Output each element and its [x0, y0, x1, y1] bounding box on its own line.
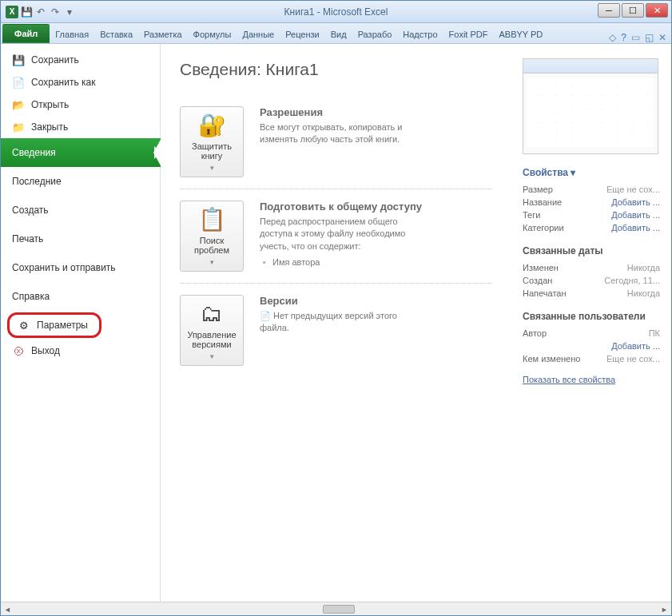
prepare-text: Перед распространением общего доступа к …	[260, 216, 420, 252]
sidebar-item-help[interactable]: Справка	[1, 282, 160, 311]
save-icon[interactable]: 💾	[20, 6, 33, 18]
window-min-icon[interactable]: ▭	[631, 32, 640, 43]
folder-icon: 📁	[12, 121, 25, 133]
related-dates-heading: Связанные даты	[523, 245, 660, 256]
permissions-section: 🔐 Защитить книгу ▾ Разрешения Все могут …	[180, 95, 492, 189]
tab-layout[interactable]: Разметка	[138, 26, 188, 43]
scroll-thumb[interactable]	[323, 605, 355, 614]
tab-developer[interactable]: Разрабо	[352, 26, 398, 43]
label: Сведения	[12, 147, 56, 158]
prop-author: АвторПК	[523, 327, 660, 340]
prepare-section: 📋 Поиск проблем ▾ Подготовить к общему д…	[180, 189, 492, 284]
scroll-left-icon[interactable]: ◄	[1, 603, 14, 615]
tab-foxit[interactable]: Foxit PDF	[443, 26, 494, 43]
sidebar-item-exit[interactable]: ⮾Выход	[1, 340, 160, 362]
prop-printed: НапечатанНикогда	[523, 287, 660, 300]
prepare-heading: Подготовить к общему доступу	[260, 201, 422, 213]
sidebar-item-info[interactable]: Сведения	[1, 138, 161, 167]
qat-more-icon[interactable]: ▾	[63, 6, 76, 18]
document-icon: 📄	[260, 311, 271, 320]
help-icon[interactable]: ?	[621, 32, 626, 43]
redo-icon[interactable]: ↷	[49, 6, 62, 18]
info-content: Сведения: Книга1 🔐 Защитить книгу ▾ Разр…	[161, 44, 511, 602]
prepare-item-author: Имя автора	[260, 257, 422, 267]
app-window: X 💾 ↶ ↷ ▾ Книга1 - Microsoft Excel ─ ☐ ✕…	[0, 0, 672, 616]
maximize-button[interactable]: ☐	[622, 3, 644, 18]
sidebar-item-close[interactable]: 📁Закрыть	[1, 116, 160, 138]
highlight-annotation: ⚙Параметры	[7, 312, 101, 338]
prop-tags: ТегиДобавить ...	[523, 209, 660, 221]
versions-heading: Версии	[260, 295, 420, 307]
sidebar-item-save-as[interactable]: 📄Сохранить как	[1, 71, 160, 93]
ribbon-collapse-icon[interactable]: ◇	[609, 32, 616, 43]
prop-changed-by: Кем измененоЕще не сох...	[523, 352, 660, 365]
chevron-down-icon: ▾	[210, 164, 214, 172]
chevron-down-icon: ▾	[210, 352, 214, 360]
tab-insert[interactable]: Вставка	[94, 26, 138, 43]
titlebar: X 💾 ↶ ↷ ▾ Книга1 - Microsoft Excel ─ ☐ ✕	[1, 1, 671, 23]
sidebar-item-save[interactable]: 💾Сохранить	[1, 49, 160, 71]
label: Закрыть	[31, 121, 68, 133]
properties-panel: Свойства ▾ РазмерЕще не сох... НазваниеД…	[511, 44, 671, 602]
label: Справка	[12, 291, 50, 302]
check-issues-button[interactable]: 📋 Поиск проблем ▾	[180, 201, 244, 272]
backstage-view: 💾Сохранить 📄Сохранить как 📂Открыть 📁Закр…	[1, 44, 671, 602]
show-all-properties-link[interactable]: Показать все свойства	[523, 375, 615, 384]
tab-data[interactable]: Данные	[237, 26, 280, 43]
label: Создать	[12, 205, 49, 216]
prop-title: НазваниеДобавить ...	[523, 196, 660, 209]
tab-view[interactable]: Вид	[325, 26, 352, 43]
window-title: Книга1 - Microsoft Excel	[284, 6, 388, 18]
backstage-main: Сведения: Книга1 🔐 Защитить книгу ▾ Разр…	[161, 44, 671, 602]
tab-file[interactable]: Файл	[2, 24, 50, 43]
sidebar-item-recent[interactable]: Последние	[1, 167, 160, 196]
checklist-icon: 📋	[198, 206, 226, 232]
tab-review[interactable]: Рецензи	[280, 26, 325, 43]
window-restore-icon[interactable]: ◱	[645, 32, 654, 43]
properties-dropdown[interactable]: Свойства ▾	[523, 167, 660, 178]
tab-formulas[interactable]: Формулы	[188, 26, 237, 43]
sidebar-item-save-send[interactable]: Сохранить и отправить	[1, 253, 160, 282]
label: Сохранить	[31, 54, 79, 66]
label: Защитить книгу	[184, 141, 240, 161]
prop-created: СозданСегодня, 11...	[523, 274, 660, 287]
label: Управление версиями	[184, 330, 240, 349]
lock-icon: 🔐	[198, 112, 226, 138]
sidebar-item-new[interactable]: Создать	[1, 196, 160, 225]
horizontal-scrollbar[interactable]: ◄ ►	[1, 602, 671, 615]
close-button[interactable]: ✕	[646, 3, 668, 18]
tab-abbyy[interactable]: ABBYY PD	[493, 26, 548, 43]
label: Поиск проблем	[184, 236, 240, 255]
sidebar-item-print[interactable]: Печать	[1, 225, 160, 253]
backstage-sidebar: 💾Сохранить 📄Сохранить как 📂Открыть 📁Закр…	[1, 44, 161, 602]
minimize-button[interactable]: ─	[598, 3, 620, 18]
document-thumbnail[interactable]	[523, 58, 658, 154]
undo-icon[interactable]: ↶	[34, 6, 47, 18]
prop-author-add[interactable]: Добавить ...	[523, 340, 660, 352]
options-icon: ⚙	[18, 319, 30, 332]
chevron-down-icon: ▾	[210, 258, 214, 266]
label: Печать	[12, 233, 43, 244]
label: Сохранить как	[31, 77, 95, 88]
scroll-right-icon[interactable]: ►	[658, 603, 671, 615]
folder-open-icon: 📂	[12, 98, 25, 111]
related-users-heading: Связанные пользователи	[523, 311, 660, 322]
label: Открыть	[31, 99, 69, 110]
permissions-heading: Разрешения	[260, 106, 420, 118]
versions-icon: 🗂	[201, 300, 223, 327]
sidebar-item-open[interactable]: 📂Открыть	[1, 93, 160, 116]
tab-home[interactable]: Главная	[50, 26, 94, 43]
sidebar-item-options[interactable]: ⚙Параметры	[14, 317, 94, 333]
page-title: Сведения: Книга1	[180, 60, 492, 79]
excel-icon: X	[6, 6, 18, 18]
prop-modified: ИзмененНикогда	[523, 261, 660, 274]
manage-versions-button[interactable]: 🗂 Управление версиями ▾	[180, 295, 244, 366]
window-close-icon[interactable]: ✕	[658, 32, 666, 43]
ribbon-tabs: Файл Главная Вставка Разметка Формулы Да…	[1, 23, 671, 44]
quick-access-toolbar: X 💾 ↶ ↷ ▾	[1, 6, 81, 18]
tab-addins[interactable]: Надстро	[397, 26, 443, 43]
protect-workbook-button[interactable]: 🔐 Защитить книгу ▾	[180, 106, 244, 177]
permissions-text: Все могут открывать, копировать и изменя…	[260, 121, 420, 146]
prop-size: РазмерЕще не сох...	[523, 183, 660, 196]
save-icon: 💾	[12, 54, 25, 66]
